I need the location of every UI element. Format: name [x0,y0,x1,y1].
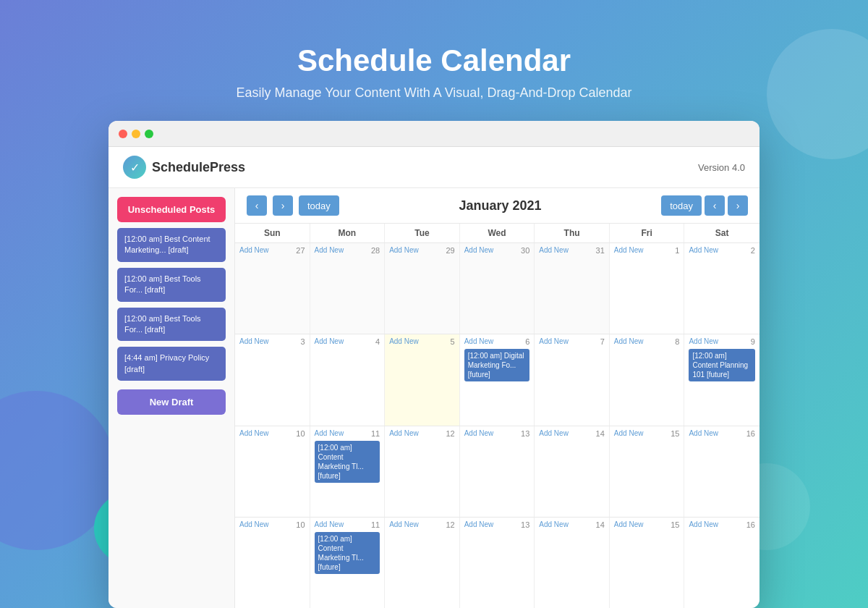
calendar-cell: Add New15 [610,426,685,517]
calendar-toolbar-right: today ‹ › [661,195,748,216]
add-new-link[interactable]: Add New [464,337,494,345]
cell-top: Add New6 [464,337,530,346]
cell-date: 12 [446,520,454,529]
cell-top: Add New10 [239,520,305,529]
cell-date: 29 [446,246,454,255]
calendar-cell: Add New1 [610,243,685,334]
new-draft-button[interactable]: New Draft [117,389,226,415]
cell-date: 31 [596,246,605,255]
calendar-cell: Add New15 [610,518,685,608]
add-new-link[interactable]: Add New [689,337,718,345]
day-header-wed: Wed [460,224,535,242]
add-new-link[interactable]: Add New [464,520,494,528]
add-new-link[interactable]: Add New [389,520,419,528]
calendar-cell: Add New12 [385,426,460,517]
sidebar: Unscheduled Posts [12:00 am] Best Conten… [109,188,235,608]
calendar-cell: Add New6[12:00 am] Digital Marketing Fo.… [460,334,535,425]
cell-top: Add New16 [689,520,755,529]
add-new-link[interactable]: Add New [689,429,718,437]
unscheduled-posts-header[interactable]: Unscheduled Posts [117,197,226,222]
add-new-link[interactable]: Add New [239,429,269,437]
cell-date: 16 [746,429,755,438]
add-new-link[interactable]: Add New [464,246,494,254]
add-new-link[interactable]: Add New [539,520,569,528]
maximize-dot[interactable] [145,130,153,138]
cell-top: Add New2 [689,246,755,255]
next-month-button-right[interactable]: › [728,195,748,216]
add-new-link[interactable]: Add New [315,429,344,437]
cell-top: Add New31 [539,246,605,255]
list-item[interactable]: [12:00 am] Best Tools For... [draft] [117,308,226,342]
add-new-link[interactable]: Add New [315,246,344,254]
calendar-cell: Add New10 [235,426,310,517]
calendar-cell: Add New30 [460,243,535,334]
add-new-link[interactable]: Add New [389,246,419,254]
today-button-right[interactable]: today [661,195,702,216]
cell-top: Add New27 [239,246,305,255]
cell-date: 16 [746,520,755,529]
cell-top: Add New28 [315,246,380,255]
today-button-left[interactable]: today [299,195,339,216]
add-new-link[interactable]: Add New [539,429,569,437]
list-item[interactable]: [12:00 am] Best Tools For... [draft] [117,268,226,302]
cell-date: 4 [375,337,380,346]
post-title: [12:00 am] Best Tools For... [draft] [124,314,201,334]
add-new-link[interactable]: Add New [614,337,644,345]
cell-top: Add New4 [315,337,380,346]
cell-date: 9 [751,337,755,346]
app-logo: ✓ SchedulePress [123,156,245,179]
calendar-week: Add New27Add New28Add New29Add New30Add … [235,243,760,334]
add-new-link[interactable]: Add New [614,520,644,528]
prev-month-button[interactable]: ‹ [247,195,267,216]
event-item[interactable]: [12:00 am] Content Marketing Tl... [futu… [315,532,380,574]
add-new-link[interactable]: Add New [315,520,344,528]
cell-date: 27 [296,246,305,255]
event-item[interactable]: [12:00 am] Digital Marketing Fo... [futu… [464,349,530,381]
cell-date: 30 [521,246,529,255]
cell-date: 28 [371,246,380,255]
day-header-sun: Sun [235,224,310,242]
cell-top: Add New9 [689,337,755,346]
list-item[interactable]: [12:00 am] Best Content Marketing... [dr… [117,228,226,262]
calendar-days-header: Sun Mon Tue Wed Thu Fri Sat [235,224,760,243]
add-new-link[interactable]: Add New [239,520,269,528]
cell-date: 6 [525,337,529,346]
add-new-link[interactable]: Add New [539,337,569,345]
add-new-link[interactable]: Add New [239,337,269,345]
cell-top: Add New3 [239,337,305,346]
add-new-link[interactable]: Add New [689,246,718,254]
calendar-cell: Add New31 [535,243,610,334]
minimize-dot[interactable] [132,130,140,138]
event-item[interactable]: [12:00 am] Content Planning 101 [future] [689,349,755,381]
calendar-cell: Add New13 [460,426,535,517]
add-new-link[interactable]: Add New [464,429,494,437]
cell-top: Add New1 [614,246,680,255]
cell-top: Add New13 [464,520,530,529]
calendar-week: Add New10Add New11[12:00 am] Content Mar… [235,518,760,608]
add-new-link[interactable]: Add New [539,246,569,254]
hero-subtitle: Easily Manage Your Content With A Visual… [237,85,632,101]
cell-top: Add New15 [614,520,680,529]
close-dot[interactable] [119,130,127,138]
calendar-cell: Add New27 [235,243,310,334]
cell-date: 1 [675,246,679,255]
add-new-link[interactable]: Add New [614,246,644,254]
calendar-cell: Add New11[12:00 am] Content Marketing Tl… [310,518,386,608]
calendar-cell: Add New16 [684,518,760,608]
cell-top: Add New30 [464,246,530,255]
calendar-cell: Add New11[12:00 am] Content Marketing Tl… [310,426,386,517]
add-new-link[interactable]: Add New [315,337,344,345]
prev-month-button-right[interactable]: ‹ [705,195,725,216]
list-item[interactable]: [4:44 am] Privacy Policy [draft] [117,347,226,381]
next-month-button[interactable]: › [273,195,293,216]
add-new-link[interactable]: Add New [389,429,419,437]
add-new-link[interactable]: Add New [389,337,419,345]
cell-top: Add New16 [689,429,755,438]
add-new-link[interactable]: Add New [614,429,644,437]
add-new-link[interactable]: Add New [239,246,269,254]
day-header-sat: Sat [684,224,760,242]
cell-date: 15 [671,520,679,529]
event-item[interactable]: [12:00 am] Content Marketing Tl... [futu… [315,441,380,483]
cell-top: Add New8 [614,337,680,346]
add-new-link[interactable]: Add New [689,520,718,528]
